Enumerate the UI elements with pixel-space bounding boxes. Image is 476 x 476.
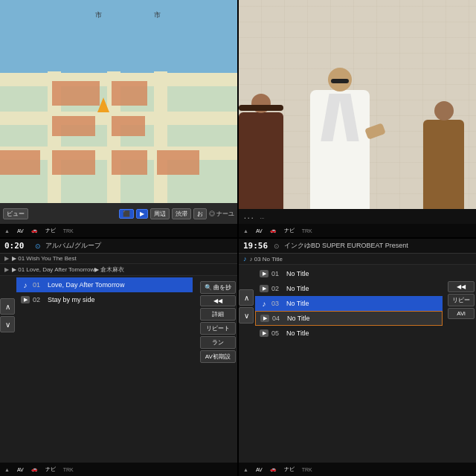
- music-track-item-r1[interactable]: ▶ 01 No Title: [255, 266, 443, 281]
- figure-right: [423, 120, 464, 209]
- map-status-trk: TRK: [63, 228, 74, 234]
- ml-status-up: ▲: [4, 467, 10, 472]
- prev-btn-left[interactable]: ◀◀: [200, 295, 236, 306]
- vid-status-av: AV: [256, 228, 263, 234]
- track-title-r4: No Title: [287, 315, 437, 322]
- music-track-item-r2[interactable]: ▶ 02 No Title: [255, 281, 443, 296]
- music-time-left: 0:20: [4, 241, 30, 251]
- map-fav-btn[interactable]: お: [193, 208, 207, 219]
- search-btn-left[interactable]: 🔍 曲を抄: [200, 281, 236, 294]
- track-title-2: Stay by my side: [48, 296, 188, 303]
- track-icon-r3: ♪: [260, 300, 268, 307]
- music-header-left: 0:20 ⊙ アルバム/グループ: [0, 239, 237, 254]
- map-flood-btn[interactable]: 渋滞: [172, 208, 191, 219]
- map-route-icon[interactable]: ⬛: [119, 209, 134, 219]
- music-track-item-2[interactable]: ▶ 02 Stay by my side: [16, 292, 193, 307]
- map-block-5: [0, 150, 40, 175]
- right-controls-right: ◀◀ リピー AVi: [446, 280, 476, 321]
- music-track-item-r3[interactable]: ♪ 03 No Title: [255, 296, 443, 311]
- track-num-r1: 01: [271, 270, 283, 277]
- prev-btn-right[interactable]: ◀◀: [448, 281, 475, 292]
- vid-status-navi: ナビ: [284, 227, 295, 234]
- music-track-item-r4[interactable]: ▶ 04 No Title: [255, 311, 443, 326]
- rand-btn[interactable]: ラン: [200, 336, 236, 349]
- track-num-1: 01: [33, 281, 45, 289]
- scroll-up-btn-left[interactable]: ∧: [0, 298, 15, 315]
- track-title-r2: No Title: [286, 285, 438, 292]
- music-header-right: 19:56 ⊙ インクゆBD SUPER EUROBEAT Present: [239, 239, 476, 254]
- repeat-btn-right[interactable]: リピー: [448, 294, 475, 306]
- video-view: [239, 0, 476, 209]
- track-title-1: Love, Day After Tomorrow: [48, 281, 188, 289]
- map-nav-icon[interactable]: ▶: [136, 209, 148, 219]
- track-icon-r4: ▶: [260, 315, 269, 322]
- map-block-3: [52, 116, 94, 136]
- music-album-right: インクゆBD SUPER EUROBEAT Present: [284, 241, 472, 251]
- track-icon-r2: ▶: [260, 285, 268, 292]
- av-btn-left[interactable]: AV初期設: [200, 350, 236, 363]
- vid-status-up: ▲: [243, 228, 248, 234]
- video-bottom-bar: ... ...: [239, 209, 476, 224]
- music-sub-header-1: ▶ ▶ 01 Wish You The Best: [0, 254, 237, 264]
- track-num-2: 02: [33, 296, 45, 303]
- ml-status-navi: ナビ: [45, 466, 56, 473]
- music-bd-icon: ⊙: [274, 242, 280, 250]
- vid-status-car: 🚗: [270, 228, 277, 234]
- music-list-panel-right: 19:56 ⊙ インクゆBD SUPER EUROBEAT Present ♪ …: [239, 239, 476, 476]
- music-sub-track-right: ♪ 03 No Title: [250, 256, 472, 263]
- ml-status-av: AV: [17, 467, 24, 472]
- scroll-up-btn-right[interactable]: ∧: [239, 289, 254, 306]
- video-panel: ... ... ▲ AV 🚗 ナビ TRK: [239, 0, 476, 237]
- track-num-r5: 05: [271, 329, 283, 337]
- map-view-btn[interactable]: ビュー: [3, 208, 28, 219]
- scroll-down-btn-left[interactable]: ∨: [0, 316, 15, 332]
- track-title-r3: No Title: [286, 300, 438, 307]
- track-icon-r5: ▶: [260, 329, 268, 337]
- music-sub-track-1: ▶ 01 Wish You The Best: [12, 255, 233, 262]
- track-num-r2: 02: [271, 285, 283, 292]
- track-icon-2: ▶: [21, 296, 30, 303]
- music-note-icon-right: ♪: [243, 255, 247, 263]
- track-title-r1: No Title: [286, 270, 438, 277]
- mr-status-navi: ナビ: [284, 466, 295, 473]
- music-track-item-r5[interactable]: ▶ 05 No Title: [255, 326, 443, 341]
- ml-status-trk: TRK: [63, 467, 74, 472]
- music-track-item-1[interactable]: ♪ 01 Love, Day After Tomorrow: [16, 277, 193, 292]
- music-sub-track-2: ▶ 01 Love, Day After Tomorrow▶ 倉木麻衣: [12, 266, 233, 274]
- mr-status-av: AV: [256, 467, 263, 472]
- mr-status-car: 🚗: [270, 466, 277, 472]
- figure-left: [239, 112, 283, 209]
- music-list-panel-left: 0:20 ⊙ アルバム/グループ ▶ ▶ 01 Wish You The Bes…: [0, 239, 237, 476]
- music-album-left: アルバム/グループ: [45, 241, 233, 251]
- music-cd-icon: ⊙: [35, 242, 41, 250]
- scroll-down-btn-right[interactable]: ∨: [239, 307, 254, 324]
- map-location-arrow: [97, 97, 109, 112]
- map-status-navi: ナビ: [45, 227, 56, 234]
- track-num-r4: 04: [272, 315, 284, 322]
- music-sub-icon-1: ▶: [4, 255, 9, 262]
- left-nav-arrows: ∧ ∨: [0, 298, 15, 332]
- map-label-1: 市: [95, 10, 102, 20]
- music-track-list-right: ▶ 01 No Title ▶ 02 No Title ♪ 03 No Titl…: [239, 265, 476, 463]
- av-btn-right[interactable]: AVi: [448, 308, 475, 319]
- map-toolbar: ビュー ⬛ ▶ 周辺 渋滞 お ◎ ナーユ: [0, 203, 237, 224]
- music-sub-header-2: ▶ ▶ 01 Love, Day After Tomorrow▶ 倉木麻衣: [0, 264, 237, 276]
- map-status-car: 🚗: [31, 228, 38, 234]
- track-icon-1: ♪: [21, 281, 30, 289]
- map-status-av: AV: [17, 228, 24, 234]
- vid-status-trk: TRK: [302, 228, 312, 234]
- right-controls-left: 🔍 曲を抄 ◀◀ 詳細 リピート ラン AV初期設: [199, 280, 237, 364]
- music-sub-icon-2: ▶: [4, 266, 9, 273]
- map-water: [0, 0, 237, 77]
- map-status-bar: ▲ AV 🚗 ナビ TRK: [0, 224, 237, 237]
- map-block-6: [52, 150, 94, 175]
- map-status-up: ▲: [4, 228, 10, 234]
- map-view[interactable]: 市 市: [0, 0, 237, 203]
- repeat-btn-left[interactable]: リピート: [200, 322, 236, 335]
- music-sub-header-right: ♪ ♪ 03 No Title: [239, 254, 476, 265]
- music-time-right: 19:56: [243, 241, 269, 251]
- detail-btn[interactable]: 詳細: [200, 308, 236, 321]
- video-timestamp: ...: [243, 213, 254, 220]
- map-border-btn[interactable]: 周辺: [150, 208, 170, 219]
- map-block-8: [157, 150, 199, 175]
